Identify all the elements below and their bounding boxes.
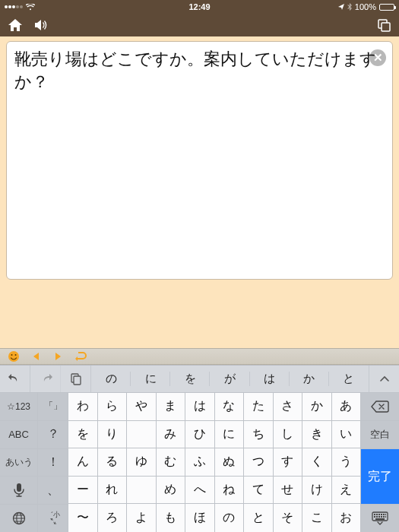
kana-key[interactable]: ち bbox=[244, 421, 274, 449]
prev-icon[interactable] bbox=[32, 352, 41, 361]
clipboard-button[interactable] bbox=[61, 366, 91, 392]
svg-rect-17 bbox=[374, 516, 375, 518]
kana-key[interactable]: あ bbox=[332, 393, 362, 421]
kana-key[interactable]: そ bbox=[274, 504, 303, 532]
kana-key[interactable]: と bbox=[244, 504, 274, 532]
kana-key[interactable]: ん bbox=[68, 448, 98, 477]
punct-question-key[interactable]: ？ bbox=[38, 421, 68, 449]
kana-key[interactable]: た bbox=[244, 393, 274, 421]
mode-num-key[interactable]: ☆123 bbox=[0, 393, 38, 421]
speaker-icon[interactable] bbox=[33, 18, 49, 32]
kana-key[interactable]: 〜 bbox=[68, 504, 98, 532]
bluetooth-icon bbox=[347, 3, 352, 11]
kana-mod-bot: 〝〟 bbox=[46, 518, 60, 525]
kana-key[interactable]: お bbox=[332, 504, 362, 532]
kana-key[interactable]: ま bbox=[157, 393, 186, 421]
svg-point-4 bbox=[15, 354, 17, 356]
kana-key[interactable]: わ bbox=[68, 393, 98, 421]
battery-icon bbox=[379, 4, 394, 11]
suggestion-item[interactable]: は bbox=[250, 366, 290, 392]
suggestion-item[interactable]: と bbox=[329, 366, 369, 392]
mic-key[interactable] bbox=[0, 477, 38, 505]
punct-column: 「」 ？ ！ 、 ゛小 〝〟 bbox=[38, 393, 68, 532]
suggestion-item[interactable]: の bbox=[91, 366, 131, 392]
svg-rect-22 bbox=[385, 516, 386, 518]
kana-key[interactable]: も bbox=[157, 504, 186, 532]
kana-key[interactable]: ゆ bbox=[127, 448, 157, 477]
svg-rect-1 bbox=[382, 23, 390, 31]
suggestion-item[interactable]: を bbox=[170, 366, 210, 392]
kana-key[interactable]: の bbox=[215, 504, 245, 532]
suggestion-item[interactable]: が bbox=[210, 366, 249, 392]
signal-dots-icon bbox=[5, 5, 23, 8]
kana-key[interactable]: い bbox=[332, 421, 362, 449]
kana-key[interactable]: ー bbox=[68, 477, 98, 505]
svg-rect-13 bbox=[378, 514, 380, 515]
next-icon[interactable] bbox=[53, 352, 62, 361]
mini-toolbar bbox=[0, 348, 399, 365]
kana-key[interactable]: し bbox=[274, 421, 303, 449]
punct-comma-key[interactable]: 、 bbox=[38, 477, 68, 505]
kana-key[interactable]: ふ bbox=[185, 448, 215, 477]
kana-key[interactable]: す bbox=[274, 448, 303, 477]
redo-button[interactable] bbox=[30, 366, 61, 392]
kana-key[interactable]: み bbox=[157, 421, 186, 449]
kana-key[interactable]: え bbox=[332, 477, 362, 505]
kana-key[interactable]: れ bbox=[98, 477, 128, 505]
done-key[interactable]: 完了 bbox=[361, 449, 399, 505]
kana-key[interactable]: ね bbox=[215, 477, 245, 505]
kana-key[interactable]: め bbox=[157, 477, 186, 505]
expand-suggestions-button[interactable] bbox=[369, 366, 399, 392]
kana-key[interactable]: る bbox=[98, 448, 128, 477]
emoji-icon[interactable] bbox=[8, 350, 20, 363]
fullscreen-icon[interactable] bbox=[376, 18, 391, 32]
keyboard: のにをがはかと ☆123 ABC あいう 「」 ？ ！ 、 ゛小 〝〟 bbox=[0, 365, 399, 532]
kana-key[interactable]: け bbox=[302, 477, 332, 505]
mode-kana-key[interactable]: あいう bbox=[0, 449, 38, 477]
kana-key[interactable]: よ bbox=[127, 504, 157, 532]
kana-key[interactable]: く bbox=[302, 448, 332, 477]
action-column: 空白 完了 bbox=[361, 393, 399, 532]
svg-rect-11 bbox=[374, 514, 375, 515]
kana-key[interactable]: せ bbox=[274, 477, 303, 505]
kana-key[interactable]: か bbox=[302, 393, 332, 421]
undo-button[interactable] bbox=[0, 366, 30, 392]
kana-key[interactable]: を bbox=[68, 421, 98, 449]
kana-key[interactable]: な bbox=[215, 393, 245, 421]
kana-key[interactable]: へ bbox=[185, 477, 215, 505]
kana-key[interactable]: り bbox=[98, 421, 128, 449]
text-input-card[interactable]: 靴売り場はどこですか。案内していただけますか？ ✕ bbox=[6, 41, 393, 280]
kana-key[interactable]: ぬ bbox=[215, 448, 245, 477]
punct-brackets-key[interactable]: 「」 bbox=[38, 393, 68, 421]
kana-modifier-key[interactable]: ゛小 〝〟 bbox=[38, 505, 68, 532]
globe-key[interactable] bbox=[0, 505, 38, 532]
return-icon[interactable] bbox=[74, 351, 87, 362]
kana-grid: わらやまはなたさかあをりみひにちしきいんるゆむふぬつすくうーれめへねてせけえ〜ろ… bbox=[68, 393, 361, 532]
home-icon[interactable] bbox=[8, 18, 23, 32]
kana-key[interactable]: む bbox=[157, 448, 186, 477]
kana-key[interactable]: ら bbox=[98, 393, 128, 421]
dismiss-keyboard-key[interactable] bbox=[361, 505, 399, 532]
kana-key[interactable]: さ bbox=[274, 393, 303, 421]
kana-key[interactable]: き bbox=[302, 421, 332, 449]
kana-key[interactable]: に bbox=[215, 421, 245, 449]
kana-key-blank bbox=[127, 477, 157, 505]
svg-point-3 bbox=[11, 354, 13, 356]
space-key[interactable]: 空白 bbox=[361, 421, 399, 449]
kana-key[interactable]: は bbox=[185, 393, 215, 421]
suggestion-item[interactable]: か bbox=[290, 366, 329, 392]
kana-key[interactable]: ひ bbox=[185, 421, 215, 449]
suggestion-item[interactable]: に bbox=[131, 366, 170, 392]
clear-button[interactable]: ✕ bbox=[369, 49, 386, 66]
kana-key[interactable]: ろ bbox=[98, 504, 128, 532]
app-toolbar bbox=[0, 14, 399, 36]
backspace-key[interactable] bbox=[361, 393, 399, 421]
kana-key[interactable]: つ bbox=[244, 448, 274, 477]
punct-exclaim-key[interactable]: ！ bbox=[38, 449, 68, 477]
kana-key[interactable]: ほ bbox=[185, 504, 215, 532]
mode-abc-key[interactable]: ABC bbox=[0, 421, 38, 449]
kana-key[interactable]: て bbox=[244, 477, 274, 505]
kana-key[interactable]: や bbox=[127, 393, 157, 421]
kana-key[interactable]: こ bbox=[302, 504, 332, 532]
kana-key[interactable]: う bbox=[332, 448, 362, 477]
